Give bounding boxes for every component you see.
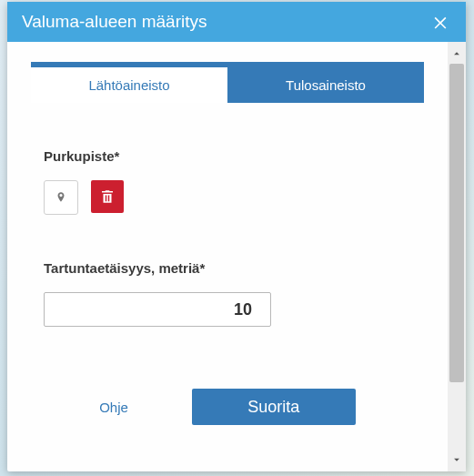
purkupiste-controls xyxy=(44,180,411,215)
content: Lähtöaineisto Tulosaineisto Purkupiste* … xyxy=(7,42,448,471)
distance-input[interactable] xyxy=(44,292,271,327)
run-button-label: Suorita xyxy=(247,398,299,417)
pick-point-button[interactable] xyxy=(44,180,78,215)
run-button[interactable]: Suorita xyxy=(192,389,356,425)
tab-source-label: Lähtöaineisto xyxy=(88,77,169,93)
help-link[interactable]: Ohje xyxy=(99,400,128,415)
scrollbar[interactable] xyxy=(448,42,466,471)
dialog-title: Valuma-alueen määritys xyxy=(22,12,207,32)
footer-row: Ohje Suorita xyxy=(44,389,411,425)
trash-icon xyxy=(99,188,116,205)
chevron-up-icon[interactable] xyxy=(450,47,463,60)
distance-label: Tartuntaetäisyys, metriä* xyxy=(44,260,411,276)
form: Purkupiste* Tartuntaetäisyys, metriä* Oh… xyxy=(31,103,424,425)
tab-source[interactable]: Lähtöaineisto xyxy=(31,67,227,103)
dialog: Valuma-alueen määritys Lähtöaineisto Tul… xyxy=(7,2,466,471)
close-icon xyxy=(431,13,449,31)
dialog-body: Lähtöaineisto Tulosaineisto Purkupiste* … xyxy=(7,42,466,471)
scroll-track[interactable] xyxy=(448,60,466,453)
title-bar: Valuma-alueen määritys xyxy=(7,2,466,42)
tab-result-label: Tulosaineisto xyxy=(286,77,366,93)
marker-icon xyxy=(55,191,67,204)
tab-result[interactable]: Tulosaineisto xyxy=(227,67,424,103)
tabs: Lähtöaineisto Tulosaineisto xyxy=(31,62,424,103)
close-button[interactable] xyxy=(428,9,453,35)
chevron-down-icon[interactable] xyxy=(450,453,463,466)
purkupiste-label: Purkupiste* xyxy=(44,148,411,164)
delete-point-button[interactable] xyxy=(91,180,124,213)
scroll-thumb[interactable] xyxy=(449,64,464,382)
